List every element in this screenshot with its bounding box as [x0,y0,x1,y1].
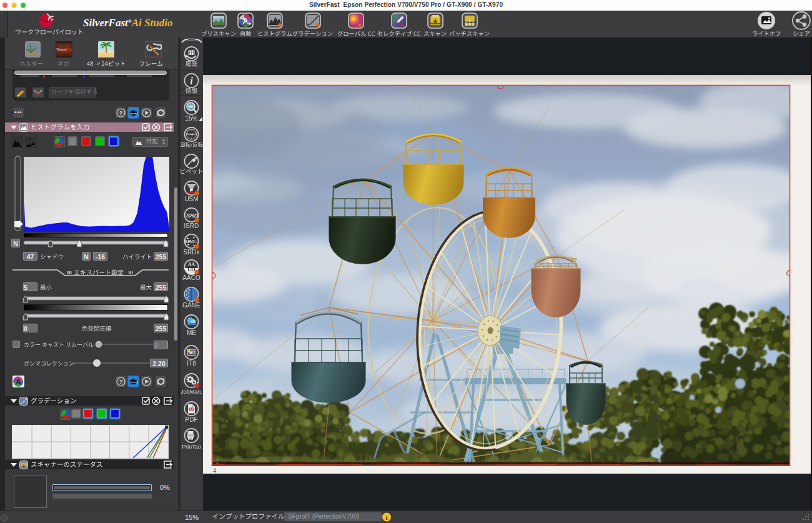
svg-text:ME: ME [187,329,196,336]
svg-text:JobMan.: JobMan. [181,389,202,395]
svg-text:PrinTao: PrinTao [182,444,201,450]
svg-text:A: A [243,17,249,26]
svg-text:i: i [385,514,387,521]
svg-text:PDF: PDF [186,416,198,423]
svg-text:i: i [190,75,193,87]
svg-text:4: 4 [213,467,217,474]
svg-text:PDF: PDF [189,407,194,411]
svg-text:GANE: GANE [182,302,201,309]
svg-text:SRDx: SRDx [184,239,198,244]
svg-text:CO: CO [188,267,196,272]
svg-text:iSRD: iSRD [184,222,199,229]
svg-text:A: A [16,378,21,386]
svg-text:USM: USM [184,196,198,202]
svg-text:IT8: IT8 [187,360,196,367]
svg-text:?: ? [119,379,123,385]
svg-text:1: 1 [215,458,219,465]
svg-text:15%: 15% [185,115,197,122]
svg-text:AACO: AACO [182,274,201,281]
svg-text:SRDx: SRDx [183,249,199,256]
svg-text:iSRD: iSRD [185,212,199,219]
svg-text:NegaFix: NegaFix [56,47,72,52]
svg-text:?: ? [119,110,123,116]
